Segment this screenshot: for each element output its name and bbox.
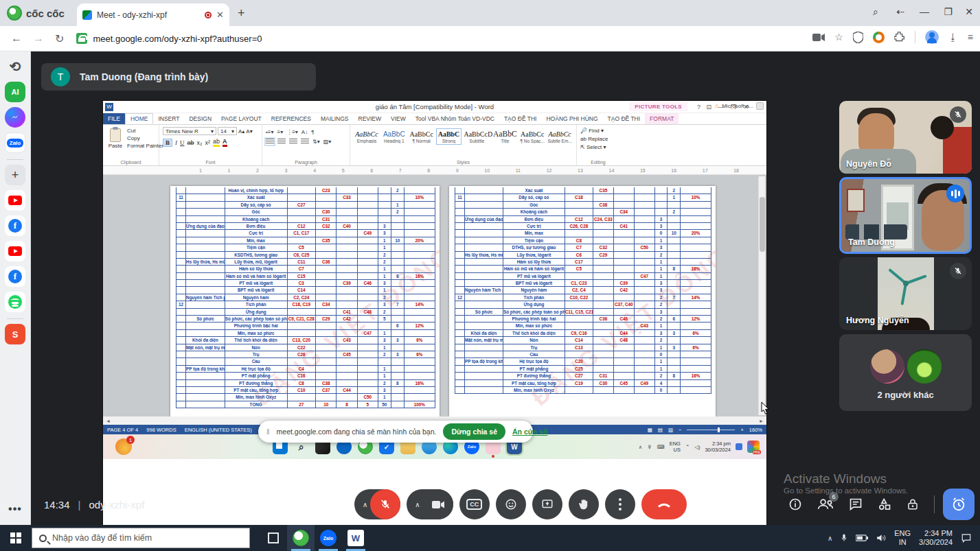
clock-tray[interactable]: 2:34 PM3/30/2024	[919, 529, 953, 547]
window-close-button[interactable]: ✕	[965, 6, 973, 17]
style-item[interactable]: AaBbCcD Subtitle	[463, 128, 490, 145]
scroll-left-icon[interactable]: ◄	[106, 419, 111, 423]
recent-tabs-icon[interactable]: ⇠	[896, 6, 904, 17]
end-call-button[interactable]	[641, 489, 687, 519]
tab-camera-icon[interactable]	[812, 33, 825, 42]
activities-button[interactable]	[878, 497, 891, 511]
pilcrow-button[interactable]: ¶	[311, 129, 314, 135]
cut-button[interactable]: Cut	[127, 127, 155, 134]
superscript-button[interactable]: x²	[205, 139, 211, 146]
find-button[interactable]: 🔎 Find ▾	[580, 127, 616, 135]
host-controls-button[interactable]	[907, 497, 919, 511]
select-button[interactable]: ⇱ Select ▾	[580, 143, 616, 152]
extensions-icon[interactable]	[894, 32, 905, 43]
word-account[interactable]: ⚠ Microsoft a...	[714, 102, 764, 110]
mic-tray-icon[interactable]	[841, 533, 847, 543]
more-options-button[interactable]	[605, 489, 635, 519]
bullets-button[interactable]: •≡▾	[266, 129, 273, 135]
style-item[interactable]: AaBbCc ¶ No Spac...	[519, 128, 545, 145]
youtube-icon[interactable]	[5, 190, 25, 211]
multilevel-button[interactable]: ⋮≡▾	[286, 129, 298, 135]
word-help-icon[interactable]: ?	[697, 104, 700, 110]
clock-tray[interactable]: 2:34 pm30/03/2024	[705, 441, 731, 453]
download-icon[interactable]: ⭳	[948, 32, 958, 43]
present-button[interactable]	[532, 489, 562, 519]
drag-handle-icon[interactable]: ‖	[266, 427, 270, 436]
shopee-icon[interactable]: S	[5, 324, 25, 344]
volume-icon[interactable]	[876, 534, 886, 542]
align-right-button[interactable]	[289, 139, 297, 145]
ribbon-options-icon[interactable]: ⊡	[706, 104, 711, 110]
italic-button[interactable]: I	[175, 139, 177, 146]
facebook-icon[interactable]: f	[5, 215, 25, 236]
overflow-participants-tile[interactable]: 2 người khác	[839, 334, 972, 411]
copy-button[interactable]: Copy	[127, 134, 155, 142]
grow-font-button[interactable]: A▴	[238, 128, 244, 134]
language-indicator[interactable]: ENGUS	[670, 441, 681, 453]
ai-chat-icon[interactable]: AI	[5, 82, 25, 102]
window-minimize-button[interactable]: —	[920, 6, 929, 17]
style-item[interactable]: AaBbC Heading 1	[381, 128, 407, 145]
coccoc-taskbar-icon[interactable]	[287, 525, 315, 551]
line-spacing-button[interactable]: ⇅▾	[312, 139, 320, 145]
ribbon-tab[interactable]: FILE	[103, 113, 125, 124]
participant-tile[interactable]: Hương Nguyễn	[839, 257, 972, 330]
style-item[interactable]: AaBbCc Emphasis	[354, 128, 380, 145]
ribbon-tab[interactable]: DESIGN	[184, 113, 216, 124]
ribbon-tab[interactable]: VIEW	[386, 113, 411, 124]
read-mode-icon[interactable]: ▦	[648, 427, 652, 433]
subscript-button[interactable]: x₂	[197, 139, 203, 146]
font-size-select[interactable]: 14▾	[218, 127, 237, 135]
style-item[interactable]: AaBbC Strong	[436, 128, 462, 145]
messenger-icon[interactable]	[5, 107, 25, 128]
new-tab-button[interactable]: +	[238, 6, 245, 21]
url-text[interactable]: meet.google.com/ody-xzhi-xpf?authuser=0	[93, 34, 262, 44]
reload-button[interactable]: ↻	[55, 32, 64, 45]
url-box[interactable]: meet.google.com/ody-xzhi-xpf?authuser=0	[76, 33, 262, 44]
adblock-icon[interactable]	[873, 32, 885, 43]
hide-window-link[interactable]: Ẩn cửa sổ	[512, 427, 547, 436]
style-item[interactable]: AaBbCc ¶ Normal	[409, 128, 435, 145]
chat-button[interactable]	[849, 497, 863, 511]
ribbon-tab[interactable]: HOÀNG PHI HÙNG	[541, 113, 602, 124]
time-widget-button[interactable]	[943, 489, 975, 520]
justify-button[interactable]	[301, 139, 309, 145]
window-maximize-button[interactable]: ❐	[944, 6, 953, 17]
stop-sharing-button[interactable]: Dừng chia sẻ	[443, 423, 505, 440]
zoom-slider[interactable]	[687, 430, 735, 430]
start-button[interactable]	[0, 525, 32, 551]
ribbon-tab[interactable]: TẠO ĐỀ THI	[603, 113, 646, 124]
ribbon-tab[interactable]: INSERT	[153, 113, 184, 124]
reactions-button[interactable]	[496, 489, 526, 519]
language-indicator[interactable]: ENGIN	[894, 529, 911, 547]
zalo-icon[interactable]: Zalo	[5, 132, 25, 153]
battery-icon[interactable]	[856, 535, 868, 541]
spotify-icon[interactable]	[5, 292, 25, 312]
notification-bell-icon[interactable]	[736, 443, 742, 450]
zoom-slider-thumb[interactable]	[718, 427, 720, 432]
task-view-button[interactable]	[260, 525, 287, 551]
zoom-level[interactable]: 160%	[749, 427, 762, 433]
zoom-out-button[interactable]: −	[679, 427, 681, 433]
wifi-icon[interactable]: ⌃	[685, 444, 690, 450]
participant-tile-active[interactable]: Tam Duong	[839, 177, 972, 254]
back-button[interactable]: ←	[11, 32, 22, 45]
style-item[interactable]: AaBbC Title	[492, 128, 518, 145]
document-canvas[interactable]: ĐẶNG VIỆT ĐÔNG Hoán vị, chỉnh hợp, tổ hợ…	[103, 175, 766, 417]
ribbon-tab[interactable]: FORMAT	[645, 113, 679, 124]
meeting-details-button[interactable]	[788, 497, 802, 511]
print-layout-icon[interactable]: ▤	[658, 427, 663, 433]
sidebar-more-button[interactable]: •••	[5, 499, 25, 519]
add-shortcut-button[interactable]: +	[5, 165, 25, 185]
captions-button[interactable]: CC	[459, 489, 490, 519]
forward-button[interactable]: →	[33, 32, 44, 45]
strikethrough-button[interactable]: ab	[187, 139, 194, 146]
scrollbar-thumb[interactable]	[760, 197, 765, 252]
browser-menu-icon[interactable]: ≡	[968, 32, 973, 43]
people-button[interactable]: 6	[817, 498, 834, 511]
participant-tile[interactable]: Nguyên Đỗ	[839, 101, 972, 174]
taskbar-search-box[interactable]: Nhập vào đây để tìm kiếm	[32, 528, 250, 548]
word-count[interactable]: 998 WORDS	[146, 427, 176, 433]
mic-tray-icon[interactable]: 🎙	[647, 444, 652, 450]
scroll-right-icon[interactable]: ►	[759, 419, 764, 423]
